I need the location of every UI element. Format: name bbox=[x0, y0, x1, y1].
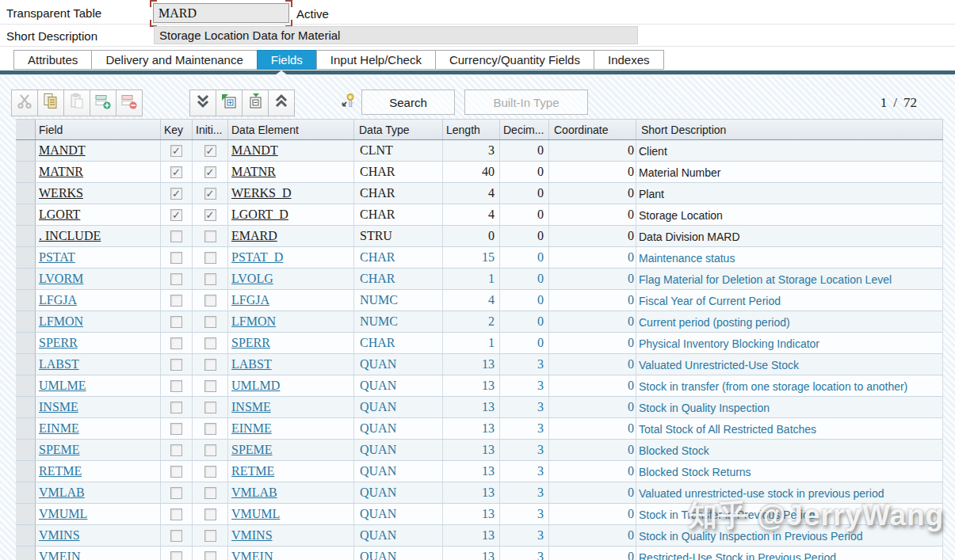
column-header-field[interactable]: Field bbox=[36, 120, 161, 139]
initial-checkbox[interactable] bbox=[204, 359, 216, 371]
initial-checkbox[interactable] bbox=[204, 145, 216, 157]
table-row[interactable]: MANDT MANDT CLNT 3 0 0 Client bbox=[16, 140, 943, 162]
key-checkbox[interactable] bbox=[170, 444, 182, 456]
short-description-input[interactable] bbox=[154, 26, 638, 44]
field-name-link[interactable]: EINME bbox=[39, 421, 79, 435]
field-name-link[interactable]: SPEME bbox=[39, 443, 80, 456]
column-header-data-type[interactable]: Data Type bbox=[354, 120, 443, 139]
row-selector[interactable] bbox=[16, 183, 36, 204]
initial-checkbox[interactable] bbox=[204, 402, 216, 413]
data-element-link[interactable]: VMUML bbox=[231, 507, 280, 520]
key-checkbox[interactable] bbox=[170, 166, 182, 178]
field-name-link[interactable]: VMLAB bbox=[39, 486, 85, 499]
key-checkbox[interactable] bbox=[170, 530, 182, 542]
data-element-link[interactable]: INSME bbox=[231, 400, 271, 413]
delete-row-button[interactable] bbox=[116, 90, 143, 116]
row-selector[interactable] bbox=[16, 226, 36, 246]
data-element-link[interactable]: EMARD bbox=[231, 229, 277, 242]
key-checkbox[interactable] bbox=[170, 466, 182, 478]
table-row[interactable]: WERKS WERKS_D CHAR 4 0 0 Plant bbox=[16, 183, 943, 204]
row-selector[interactable] bbox=[16, 247, 36, 268]
column-header-initial[interactable]: Initi... bbox=[193, 120, 228, 139]
field-name-link[interactable]: UMLME bbox=[39, 379, 86, 392]
table-row[interactable]: . INCLUDE EMARD STRU 0 0 0 Data Division… bbox=[16, 226, 943, 247]
built-in-type-button[interactable]: Built-In Type bbox=[464, 90, 588, 115]
field-name-link[interactable]: LABST bbox=[39, 357, 79, 371]
row-selector[interactable] bbox=[16, 547, 36, 560]
data-element-link[interactable]: WERKS_D bbox=[231, 186, 292, 200]
column-header-coordinate[interactable]: Coordinate bbox=[549, 120, 636, 139]
row-selector[interactable] bbox=[16, 461, 36, 482]
row-selector[interactable] bbox=[16, 162, 36, 182]
initial-checkbox[interactable] bbox=[204, 166, 216, 178]
field-name-link[interactable]: RETME bbox=[39, 464, 82, 478]
key-checkbox[interactable] bbox=[170, 209, 182, 221]
field-name-link[interactable]: INSME bbox=[39, 400, 78, 413]
data-element-link[interactable]: VMINS bbox=[231, 528, 273, 542]
initial-checkbox[interactable] bbox=[204, 466, 216, 478]
data-element-link[interactable]: LVOLG bbox=[231, 272, 273, 285]
row-selector[interactable] bbox=[16, 504, 36, 524]
field-name-link[interactable]: LVORM bbox=[39, 272, 83, 285]
scroll-top-button[interactable] bbox=[268, 90, 295, 116]
data-element-link[interactable]: LFGJA bbox=[231, 293, 269, 307]
table-name-input[interactable] bbox=[153, 3, 289, 23]
field-name-link[interactable]: PSTAT bbox=[39, 250, 75, 264]
initial-checkbox[interactable] bbox=[204, 209, 216, 221]
data-element-link[interactable]: LGORT_D bbox=[231, 208, 288, 221]
table-row[interactable]: MATNR MATNR CHAR 40 0 0 Material Number bbox=[16, 162, 943, 183]
key-checkbox[interactable] bbox=[170, 402, 182, 413]
table-row[interactable]: RETME RETME QUAN 13 3 0 Blocked Stock Re… bbox=[16, 461, 943, 482]
key-checkbox[interactable] bbox=[170, 273, 182, 285]
tab-indexes[interactable]: Indexes bbox=[594, 50, 664, 70]
data-element-link[interactable]: MANDT bbox=[231, 143, 278, 157]
table-row[interactable]: VMEIN VMEIN QUAN 13 3 0 Restricted-Use S… bbox=[16, 547, 943, 560]
cut-button[interactable] bbox=[11, 90, 38, 116]
row-selector[interactable] bbox=[16, 333, 36, 353]
data-element-link[interactable]: UMLMD bbox=[231, 379, 280, 392]
row-selector[interactable] bbox=[16, 311, 36, 332]
initial-checkbox[interactable] bbox=[204, 551, 216, 560]
field-name-link[interactable]: LFMON bbox=[39, 314, 83, 328]
column-header-decimals[interactable]: Decim... bbox=[500, 120, 549, 139]
key-fields-button[interactable] bbox=[336, 90, 361, 116]
key-checkbox[interactable] bbox=[170, 145, 182, 157]
data-element-link[interactable]: RETME bbox=[231, 464, 274, 478]
data-element-link[interactable]: SPEME bbox=[231, 443, 273, 456]
initial-checkbox[interactable] bbox=[204, 295, 216, 307]
tab-currency-quantity-fields[interactable]: Currency/Quantity Fields bbox=[435, 50, 594, 70]
key-checkbox[interactable] bbox=[170, 252, 182, 264]
data-element-link[interactable]: LABST bbox=[231, 357, 272, 371]
field-name-link[interactable]: VMUML bbox=[39, 507, 87, 520]
table-row[interactable]: UMLME UMLMD QUAN 13 3 0 Stock in transfe… bbox=[16, 375, 943, 397]
field-name-link[interactable]: LFGJA bbox=[39, 293, 77, 307]
data-element-link[interactable]: MATNR bbox=[231, 165, 276, 178]
column-header-key[interactable]: Key bbox=[161, 120, 193, 139]
row-selector[interactable] bbox=[16, 397, 36, 417]
data-element-link[interactable]: LFMON bbox=[231, 314, 276, 328]
row-selector[interactable] bbox=[16, 440, 36, 460]
initial-checkbox[interactable] bbox=[204, 188, 216, 200]
initial-checkbox[interactable] bbox=[204, 273, 216, 285]
key-checkbox[interactable] bbox=[170, 423, 182, 435]
search-button[interactable]: Search bbox=[361, 90, 455, 115]
initial-checkbox[interactable] bbox=[204, 487, 216, 499]
tab-input-help-check[interactable]: Input Help/Check bbox=[316, 50, 436, 70]
initial-checkbox[interactable] bbox=[204, 530, 216, 542]
key-checkbox[interactable] bbox=[170, 380, 182, 392]
field-name-link[interactable]: MATNR bbox=[39, 165, 83, 178]
key-checkbox[interactable] bbox=[170, 551, 182, 560]
row-selector[interactable] bbox=[16, 204, 36, 225]
data-element-link[interactable]: EINME bbox=[231, 421, 272, 435]
initial-checkbox[interactable] bbox=[204, 252, 216, 264]
table-row[interactable]: SPEME SPEME QUAN 13 3 0 Blocked Stock bbox=[16, 440, 943, 461]
data-element-link[interactable]: SPERR bbox=[231, 336, 270, 349]
scroll-bottom-button[interactable] bbox=[189, 90, 216, 116]
key-checkbox[interactable] bbox=[170, 509, 182, 520]
key-checkbox[interactable] bbox=[170, 359, 182, 371]
insert-row-button[interactable] bbox=[90, 90, 117, 116]
row-selector[interactable] bbox=[16, 354, 36, 375]
initial-checkbox[interactable] bbox=[204, 337, 216, 349]
tab-delivery-and-maintenance[interactable]: Delivery and Maintenance bbox=[91, 50, 257, 70]
data-element-link[interactable]: VMEIN bbox=[231, 550, 273, 560]
